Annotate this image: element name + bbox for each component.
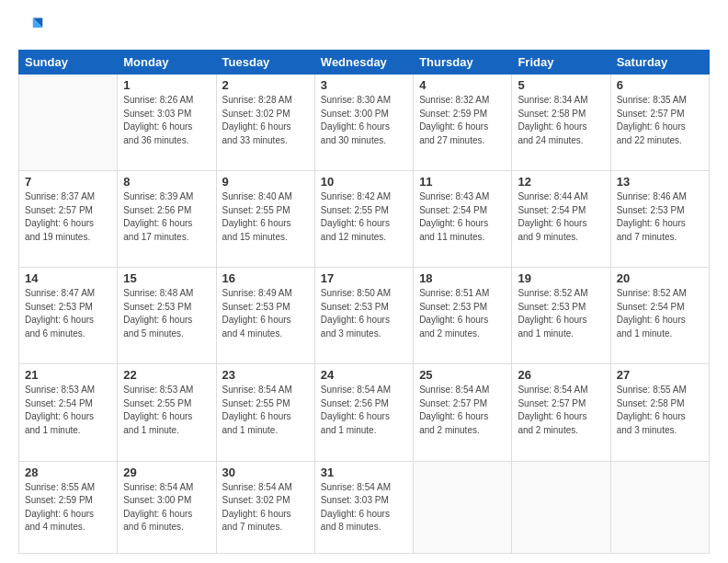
calendar-cell: 19Sunrise: 8:52 AMSunset: 2:53 PMDayligh…	[512, 268, 610, 364]
day-number: 4	[419, 78, 506, 92]
day-info: Sunrise: 8:34 AMSunset: 2:58 PMDaylight:…	[518, 94, 604, 147]
calendar-cell: 16Sunrise: 8:49 AMSunset: 2:53 PMDayligh…	[216, 268, 314, 364]
day-number: 8	[123, 175, 210, 189]
day-info: Sunrise: 8:40 AMSunset: 2:55 PMDaylight:…	[222, 190, 309, 244]
day-number: 25	[419, 368, 506, 382]
calendar-cell	[512, 461, 610, 553]
page: SundayMondayTuesdayWednesdayThursdayFrid…	[0, 0, 728, 563]
day-number: 30	[222, 465, 309, 479]
day-info: Sunrise: 8:55 AMSunset: 2:59 PMDaylight:…	[25, 481, 111, 534]
day-number: 7	[25, 175, 111, 189]
calendar-cell: 8Sunrise: 8:39 AMSunset: 2:56 PMDaylight…	[118, 171, 216, 268]
weekday-header: Tuesday	[216, 51, 314, 75]
calendar-cell: 13Sunrise: 8:46 AMSunset: 2:53 PMDayligh…	[610, 171, 709, 268]
day-info: Sunrise: 8:49 AMSunset: 2:53 PMDaylight:…	[222, 287, 309, 340]
day-info: Sunrise: 8:32 AMSunset: 2:59 PMDaylight:…	[419, 94, 506, 147]
day-number: 11	[419, 175, 506, 189]
day-info: Sunrise: 8:50 AMSunset: 2:53 PMDaylight:…	[321, 287, 407, 340]
calendar-cell: 27Sunrise: 8:55 AMSunset: 2:58 PMDayligh…	[610, 364, 709, 461]
logo	[18, 15, 48, 40]
day-number: 26	[518, 368, 604, 382]
calendar-cell: 7Sunrise: 8:37 AMSunset: 2:57 PMDaylight…	[19, 171, 118, 268]
day-number: 31	[321, 465, 407, 479]
calendar-cell: 12Sunrise: 8:44 AMSunset: 2:54 PMDayligh…	[512, 171, 610, 268]
calendar-cell: 4Sunrise: 8:32 AMSunset: 2:59 PMDaylight…	[414, 75, 512, 171]
day-info: Sunrise: 8:54 AMSunset: 2:57 PMDaylight:…	[419, 384, 506, 437]
calendar-header-row: SundayMondayTuesdayWednesdayThursdayFrid…	[19, 51, 710, 75]
calendar-cell: 24Sunrise: 8:54 AMSunset: 2:56 PMDayligh…	[314, 364, 413, 461]
day-number: 28	[25, 465, 111, 479]
day-number: 22	[123, 368, 210, 382]
weekday-header: Monday	[118, 51, 216, 75]
calendar-cell: 1Sunrise: 8:26 AMSunset: 3:03 PMDaylight…	[118, 75, 216, 171]
day-number: 12	[518, 175, 604, 189]
logo-icon	[18, 15, 44, 40]
day-info: Sunrise: 8:51 AMSunset: 2:53 PMDaylight:…	[419, 287, 506, 340]
calendar-cell: 10Sunrise: 8:42 AMSunset: 2:55 PMDayligh…	[314, 171, 413, 268]
day-info: Sunrise: 8:54 AMSunset: 3:00 PMDaylight:…	[123, 481, 210, 534]
day-info: Sunrise: 8:54 AMSunset: 2:56 PMDaylight:…	[321, 384, 407, 437]
calendar-week-row: 21Sunrise: 8:53 AMSunset: 2:54 PMDayligh…	[19, 364, 710, 461]
day-number: 17	[321, 271, 407, 285]
day-info: Sunrise: 8:53 AMSunset: 2:54 PMDaylight:…	[25, 384, 111, 437]
day-info: Sunrise: 8:35 AMSunset: 2:57 PMDaylight:…	[617, 94, 703, 147]
day-info: Sunrise: 8:46 AMSunset: 2:53 PMDaylight:…	[617, 190, 703, 244]
calendar-cell: 11Sunrise: 8:43 AMSunset: 2:54 PMDayligh…	[414, 171, 512, 268]
day-number: 19	[518, 271, 604, 285]
day-number: 2	[222, 78, 309, 92]
calendar-cell: 17Sunrise: 8:50 AMSunset: 2:53 PMDayligh…	[314, 268, 413, 364]
calendar-cell: 3Sunrise: 8:30 AMSunset: 3:00 PMDaylight…	[314, 75, 413, 171]
calendar-week-row: 7Sunrise: 8:37 AMSunset: 2:57 PMDaylight…	[19, 171, 710, 268]
day-number: 3	[321, 78, 407, 92]
day-info: Sunrise: 8:52 AMSunset: 2:53 PMDaylight:…	[518, 287, 604, 340]
day-info: Sunrise: 8:54 AMSunset: 2:57 PMDaylight:…	[518, 384, 604, 437]
calendar-cell: 23Sunrise: 8:54 AMSunset: 2:55 PMDayligh…	[216, 364, 314, 461]
day-info: Sunrise: 8:43 AMSunset: 2:54 PMDaylight:…	[419, 190, 506, 244]
calendar-cell: 22Sunrise: 8:53 AMSunset: 2:55 PMDayligh…	[118, 364, 216, 461]
calendar-cell	[610, 461, 709, 553]
calendar-cell: 5Sunrise: 8:34 AMSunset: 2:58 PMDaylight…	[512, 75, 610, 171]
calendar-cell: 21Sunrise: 8:53 AMSunset: 2:54 PMDayligh…	[19, 364, 118, 461]
day-number: 24	[321, 368, 407, 382]
calendar-week-row: 1Sunrise: 8:26 AMSunset: 3:03 PMDaylight…	[19, 75, 710, 171]
day-info: Sunrise: 8:28 AMSunset: 3:02 PMDaylight:…	[222, 94, 309, 147]
weekday-header: Sunday	[19, 51, 118, 75]
day-number: 13	[617, 175, 703, 189]
calendar-table: SundayMondayTuesdayWednesdayThursdayFrid…	[18, 50, 710, 554]
day-info: Sunrise: 8:47 AMSunset: 2:53 PMDaylight:…	[25, 287, 111, 340]
weekday-header: Saturday	[610, 51, 709, 75]
calendar-cell: 14Sunrise: 8:47 AMSunset: 2:53 PMDayligh…	[19, 268, 118, 364]
day-info: Sunrise: 8:30 AMSunset: 3:00 PMDaylight:…	[321, 94, 407, 147]
calendar-cell	[19, 75, 118, 171]
day-info: Sunrise: 8:54 AMSunset: 2:55 PMDaylight:…	[222, 384, 309, 437]
day-number: 6	[617, 78, 703, 92]
day-info: Sunrise: 8:42 AMSunset: 2:55 PMDaylight:…	[321, 190, 407, 244]
weekday-header: Friday	[512, 51, 610, 75]
day-number: 10	[321, 175, 407, 189]
day-number: 9	[222, 175, 309, 189]
calendar-cell: 20Sunrise: 8:52 AMSunset: 2:54 PMDayligh…	[610, 268, 709, 364]
header	[18, 15, 710, 40]
day-number: 27	[617, 368, 703, 382]
day-info: Sunrise: 8:54 AMSunset: 3:02 PMDaylight:…	[222, 481, 309, 534]
day-number: 1	[123, 78, 210, 92]
calendar-cell: 2Sunrise: 8:28 AMSunset: 3:02 PMDaylight…	[216, 75, 314, 171]
day-number: 18	[419, 271, 506, 285]
calendar-week-row: 28Sunrise: 8:55 AMSunset: 2:59 PMDayligh…	[19, 461, 710, 553]
day-info: Sunrise: 8:53 AMSunset: 2:55 PMDaylight:…	[123, 384, 210, 437]
calendar-cell: 18Sunrise: 8:51 AMSunset: 2:53 PMDayligh…	[414, 268, 512, 364]
day-number: 23	[222, 368, 309, 382]
day-info: Sunrise: 8:52 AMSunset: 2:54 PMDaylight:…	[617, 287, 703, 340]
calendar-cell: 31Sunrise: 8:54 AMSunset: 3:03 PMDayligh…	[314, 461, 413, 553]
day-info: Sunrise: 8:26 AMSunset: 3:03 PMDaylight:…	[123, 94, 210, 147]
calendar-cell: 6Sunrise: 8:35 AMSunset: 2:57 PMDaylight…	[610, 75, 709, 171]
calendar-week-row: 14Sunrise: 8:47 AMSunset: 2:53 PMDayligh…	[19, 268, 710, 364]
calendar-cell: 29Sunrise: 8:54 AMSunset: 3:00 PMDayligh…	[118, 461, 216, 553]
calendar-cell: 15Sunrise: 8:48 AMSunset: 2:53 PMDayligh…	[118, 268, 216, 364]
day-number: 21	[25, 368, 111, 382]
day-number: 29	[123, 465, 210, 479]
day-number: 16	[222, 271, 309, 285]
calendar-cell: 25Sunrise: 8:54 AMSunset: 2:57 PMDayligh…	[414, 364, 512, 461]
day-number: 14	[25, 271, 111, 285]
day-number: 5	[518, 78, 604, 92]
